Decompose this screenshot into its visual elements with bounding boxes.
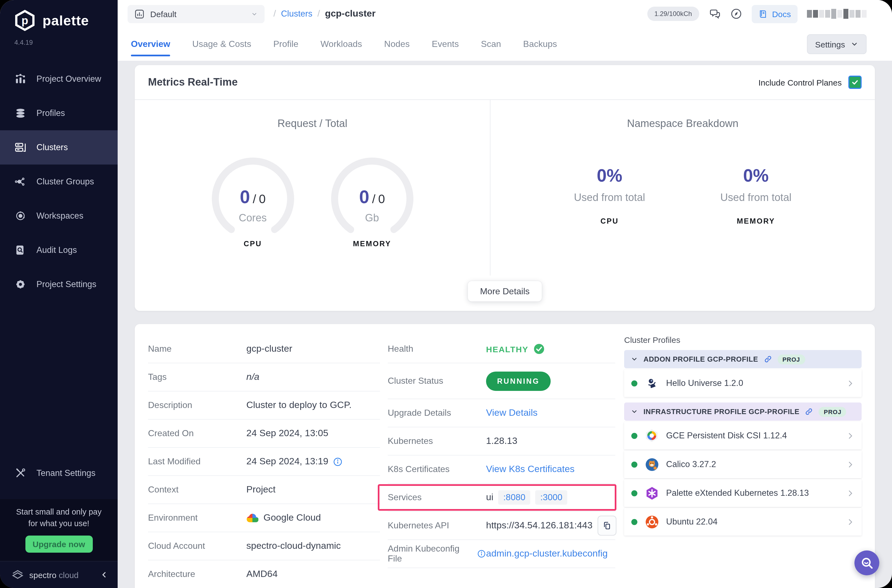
profile-pack-name: Palette eXtended Kubernetes 1.28.13: [666, 488, 809, 498]
detail-label: Services: [388, 492, 486, 502]
cluster-profiles-panel: Cluster Profiles ADDON PROFILE GCP-PROFI…: [624, 335, 862, 588]
more-details-button[interactable]: More Details: [468, 281, 542, 302]
breadcrumb-clusters-link[interactable]: Clusters: [281, 9, 312, 19]
service-name: ui: [486, 492, 493, 503]
tab-backups[interactable]: Backups: [523, 28, 557, 61]
status-dot: [631, 461, 637, 467]
tab-profile[interactable]: Profile: [273, 28, 299, 61]
info-icon[interactable]: [333, 457, 343, 466]
breadcrumb-separator: /: [273, 8, 276, 20]
group-header-label: ADDON PROFILE GCP-PROFILE: [643, 355, 758, 363]
sidebar-item-audit-logs[interactable]: Audit Logs: [0, 233, 118, 267]
memory-gauge: 0/0 Gb MEMORY: [328, 155, 416, 248]
stat-percent: 0%: [715, 166, 797, 186]
gauge-separator: /: [253, 192, 256, 206]
include-control-planes-label: Include Control Planes: [758, 78, 842, 87]
tab-scan[interactable]: Scan: [481, 28, 501, 61]
help-fab[interactable]: [854, 550, 879, 575]
tabs-bar: Overview Usage & Costs Profile Workloads…: [118, 28, 892, 61]
sidebar-item-tenant-settings[interactable]: Tenant Settings: [0, 456, 118, 490]
cpu-namespace-stat: 0% Used from total CPU: [568, 166, 651, 225]
detail-label: Cloud Account: [148, 541, 246, 551]
infrastructure-profile-group-header[interactable]: INFRASTRUCTURE PROFILE GCP-PROFILE PROJ: [624, 402, 862, 421]
tools-icon: [14, 466, 27, 480]
running-status-badge[interactable]: RUNNING: [486, 371, 551, 391]
detail-value: 24 Sep 2024, 13:05: [246, 428, 328, 439]
sidebar-item-label: Project Settings: [36, 279, 96, 289]
detail-row-context: Context Project: [148, 476, 380, 504]
view-details-link[interactable]: View Details: [486, 408, 538, 418]
detail-row-cluster-status: Cluster Status RUNNING: [388, 363, 615, 399]
collapse-sidebar-button[interactable]: [100, 570, 109, 579]
request-total-section: Request / Total 0/0 Cores: [135, 100, 491, 276]
detail-row-description: Description Cluster to deploy to GCP.: [148, 392, 380, 420]
profile-item-palette-kubernetes[interactable]: Palette eXtended Kubernetes 1.28.13: [624, 479, 862, 507]
breadcrumb-separator: /: [317, 8, 320, 20]
footer-brand: spectro cloud: [29, 570, 78, 579]
gauge-value: 0: [359, 186, 369, 207]
sidebar-item-project-overview[interactable]: Project Overview: [0, 62, 118, 96]
sidebar-item-workspaces[interactable]: Workspaces: [0, 199, 118, 233]
sidebar-item-profiles[interactable]: Profiles: [0, 96, 118, 130]
upgrade-now-button[interactable]: Upgrade now: [25, 536, 93, 553]
chevron-down-icon: [631, 408, 638, 415]
sidebar-item-label: Audit Logs: [36, 245, 77, 255]
detail-row-architecture: Architecture AMD64: [148, 560, 380, 588]
service-port-link[interactable]: :8080: [498, 490, 530, 505]
chat-icon[interactable]: [709, 8, 721, 20]
copy-button[interactable]: [598, 516, 616, 536]
tab-nodes[interactable]: Nodes: [384, 28, 410, 61]
tab-workloads[interactable]: Workloads: [320, 28, 362, 61]
kubeconfig-download-link[interactable]: admin.gcp-cluster.kubeconfig: [486, 548, 608, 559]
profile-item-ubuntu[interactable]: Ubuntu 22.04: [624, 508, 862, 536]
detail-value: 24 Sep 2024, 13:19: [246, 456, 328, 467]
docs-label: Docs: [772, 9, 791, 18]
compass-icon[interactable]: [730, 8, 742, 20]
docs-button[interactable]: Docs: [752, 5, 797, 23]
detail-value: Google Cloud: [263, 512, 321, 524]
footer-brand-first: spectro: [29, 570, 56, 579]
tab-usage-costs[interactable]: Usage & Costs: [192, 28, 251, 61]
service-port-link[interactable]: :3000: [536, 490, 568, 505]
profile-item-hello-universe[interactable]: Hello Universe 1.2.0: [624, 369, 862, 397]
view-k8s-certificates-link[interactable]: View K8s Certificates: [486, 464, 575, 475]
profile-item-gce-disk[interactable]: GCE Persistent Disk CSI 1.12.4: [624, 422, 862, 449]
detail-row-last-modified: Last Modified 24 Sep 2024, 13:19: [148, 448, 380, 476]
include-control-planes-checkbox[interactable]: [848, 76, 862, 89]
namespace-stats: 0% Used from total CPU 0% Used from tota…: [568, 130, 797, 276]
gauge-caption: CPU: [243, 239, 262, 248]
spectro-cloud-logo-icon: [11, 568, 24, 581]
detail-row-created-on: Created On 24 Sep 2024, 13:05: [148, 420, 380, 448]
metrics-header: Metrics Real-Time Include Control Planes: [135, 65, 875, 100]
tab-overview[interactable]: Overview: [131, 28, 170, 61]
status-dot: [631, 380, 637, 386]
gauge-value: 0: [240, 186, 250, 207]
sidebar-item-cluster-groups[interactable]: Cluster Groups: [0, 165, 118, 199]
gauges: 0/0 Cores CPU 0/0: [209, 130, 416, 276]
detail-value: AMD64: [246, 568, 278, 580]
version-label: 4.4.19: [14, 39, 118, 46]
info-icon[interactable]: [478, 549, 486, 558]
cpu-gauge: 0/0 Cores CPU: [209, 155, 296, 248]
addon-profile-group-header[interactable]: ADDON PROFILE GCP-PROFILE PROJ: [624, 350, 862, 368]
sidebar-item-clusters[interactable]: Clusters: [0, 130, 118, 165]
tab-events[interactable]: Events: [432, 28, 459, 61]
status-dot: [631, 519, 637, 525]
include-control-planes: Include Control Planes: [758, 76, 862, 89]
sidebar-item-project-settings[interactable]: Project Settings: [0, 267, 118, 302]
redacted-username[interactable]: [807, 9, 866, 19]
gauge-separator: /: [372, 192, 375, 206]
main-area: Default / Clusters / gcp-cluster 1.29/10…: [118, 0, 892, 588]
settings-button[interactable]: Settings: [807, 34, 866, 54]
calico-icon: [644, 457, 659, 471]
group-header-label: INFRASTRUCTURE PROFILE GCP-PROFILE: [643, 408, 799, 416]
chevron-right-icon: [846, 489, 854, 497]
sidebar: p palette 4.4.19 Project Overview Profil…: [0, 0, 118, 588]
detail-label: Last Modified: [148, 457, 246, 466]
google-cloud-icon: [246, 513, 258, 523]
profile-pack-name: Hello Universe 1.2.0: [666, 378, 743, 388]
status-dot: [631, 490, 637, 496]
profile-item-calico[interactable]: Calico 3.27.2: [624, 450, 862, 478]
project-selector[interactable]: Default: [128, 5, 264, 23]
detail-value: Project: [246, 484, 276, 495]
